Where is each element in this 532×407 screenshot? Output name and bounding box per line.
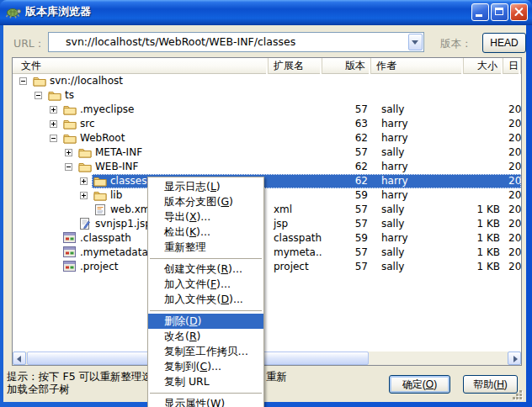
scroll-left-button[interactable] xyxy=(13,352,26,365)
tree-cell: src xyxy=(13,117,269,131)
column-header-author[interactable]: 作者 xyxy=(371,58,464,74)
menu-item-显示日志[interactable]: 显示日志(L) xyxy=(148,179,263,194)
cell-size xyxy=(464,174,503,188)
menu-item-检出[interactable]: 检出(K)... xyxy=(148,225,263,240)
column-header-file[interactable]: 文件 xyxy=(13,58,269,74)
table-row-.classpath[interactable]: .classpathclasspath59harry1 KB20 xyxy=(13,231,521,246)
node-label[interactable]: WEB-INF xyxy=(93,160,140,173)
turtle-app-icon xyxy=(6,5,21,18)
table-row-src[interactable]: src63harry20 xyxy=(13,117,521,131)
minimize-icon xyxy=(476,14,482,17)
status-hint-line1-right: 重新 xyxy=(266,370,287,384)
menu-separator xyxy=(150,258,262,259)
tree-cell: WEB-INF xyxy=(13,160,269,174)
cell-revision: 62 xyxy=(322,160,371,174)
table-row-ts[interactable]: ts xyxy=(13,88,521,103)
node-label[interactable]: WebRoot xyxy=(78,131,126,145)
cell-author: sally xyxy=(371,217,464,231)
url-combobox[interactable]: svn://localhost/ts/WebRoot/WEB-INF/class… xyxy=(48,32,424,52)
menu-item-导出[interactable]: 导出(X)... xyxy=(148,209,263,225)
plus-expander-icon[interactable] xyxy=(50,120,57,128)
close-button[interactable] xyxy=(510,3,528,21)
minus-expander-icon[interactable] xyxy=(50,135,57,142)
cell-revision: 57 xyxy=(322,103,371,117)
node-label[interactable]: .classpath xyxy=(78,231,133,245)
cell-ext xyxy=(269,117,322,131)
titlebar[interactable]: 版本库浏览器 xyxy=(0,0,532,25)
cell-size xyxy=(464,88,503,103)
menu-separator xyxy=(150,393,262,394)
menu-item-重新整理[interactable]: 重新整理 xyxy=(148,240,263,255)
table-row-.mymetadata[interactable]: .mymetadatamymeta...57sally1 KB20 xyxy=(13,246,521,260)
table-row-svnjsp1.jsp[interactable]: svnjsp1.jspjsp57sally1 KB20 xyxy=(13,217,521,231)
cell-author: harry xyxy=(371,174,464,188)
cell-author: sally xyxy=(371,246,464,260)
table-row-WebRoot[interactable]: WebRoot62harry20 xyxy=(13,131,521,145)
cell-ext xyxy=(269,145,322,160)
table-row-META-INF[interactable]: META-INF57sally20 xyxy=(13,145,521,160)
menu-item-复制至工作拷贝[interactable]: 复制至工作拷贝… xyxy=(148,344,263,359)
scroll-right-button[interactable] xyxy=(508,352,521,365)
table-row-.myeclipse[interactable]: .myeclipse57sally20 xyxy=(13,103,521,117)
node-label[interactable]: src xyxy=(78,117,97,130)
resize-grip[interactable] xyxy=(510,388,522,399)
table-row-svn://localhost[interactable]: svn://localhost xyxy=(13,74,521,88)
cell-author xyxy=(371,88,464,103)
node-label[interactable]: ts xyxy=(63,88,76,102)
menu-item-复制到[interactable]: 复制到(C)... xyxy=(148,359,263,374)
minus-expander-icon[interactable] xyxy=(35,92,42,99)
menu-separator xyxy=(150,310,262,311)
plus-expander-icon[interactable] xyxy=(65,149,72,156)
cell-revision xyxy=(322,74,371,88)
node-label[interactable]: .myeclipse xyxy=(78,103,136,116)
node-label[interactable]: META-INF xyxy=(93,145,144,159)
cell-revision xyxy=(322,88,371,103)
menu-item-删除[interactable]: 删除(D) xyxy=(148,314,263,329)
node-label[interactable]: lib xyxy=(109,188,124,202)
node-label[interactable]: .mymetadata xyxy=(78,246,150,259)
table-row-.project[interactable]: .projectproject57sally1 KB20 xyxy=(13,260,521,274)
cell-size xyxy=(464,131,503,145)
url-value[interactable]: svn://localhost/ts/WebRoot/WEB-INF/class… xyxy=(66,33,407,51)
plus-expander-icon[interactable] xyxy=(80,177,88,185)
menu-item-加入文件夹[interactable]: 加入文件夹(D)... xyxy=(148,292,263,307)
cell-date: 20 xyxy=(503,103,521,117)
cell-date: 20 xyxy=(503,174,521,188)
ok-button[interactable]: 确定(O) xyxy=(389,375,450,394)
minimize-button[interactable] xyxy=(471,3,489,21)
menu-item-改名[interactable]: 改名(R) xyxy=(148,329,263,344)
cell-date: 20 xyxy=(503,246,521,260)
horizontal-scrollbar[interactable] xyxy=(13,352,521,365)
maximize-button[interactable] xyxy=(491,3,508,21)
table-row-WEB-INF[interactable]: WEB-INF62harry20 xyxy=(13,160,521,174)
url-label: URL： xyxy=(13,37,45,51)
column-header-date[interactable]: 日 xyxy=(503,58,521,74)
list-header: 文件扩展名版本作者大小日 xyxy=(13,58,521,74)
menu-item-复制 URL[interactable]: 复制 URL xyxy=(148,374,263,389)
table-row-web.xml[interactable]: web.xmlxml57sally1 KB20 xyxy=(13,203,521,217)
plus-expander-icon[interactable] xyxy=(50,106,57,114)
cell-ext xyxy=(269,174,322,188)
revision-head-button[interactable]: HEAD xyxy=(482,33,526,53)
table-row-lib[interactable]: lib59harry20 xyxy=(13,188,521,203)
node-label[interactable]: svn://localhost xyxy=(48,74,125,87)
menu-item-加入文件[interactable]: 加入文件(F)... xyxy=(148,277,263,292)
menu-item-创建文件夹[interactable]: 创建文件夹(R)... xyxy=(148,262,263,277)
minus-expander-icon[interactable] xyxy=(19,77,27,85)
column-header-revision[interactable]: 版本 xyxy=(322,58,371,74)
cell-author: sally xyxy=(371,203,464,217)
column-header-size[interactable]: 大小 xyxy=(464,58,503,74)
node-label[interactable]: svnjsp1.jsp xyxy=(93,217,153,230)
cell-ext xyxy=(269,103,322,117)
minus-expander-icon[interactable] xyxy=(65,163,72,171)
menu-item-版本分支图[interactable]: 版本分支图(G) xyxy=(148,194,263,209)
column-header-ext[interactable]: 扩展名 xyxy=(269,58,322,74)
plus-expander-icon[interactable] xyxy=(80,192,88,199)
node-label[interactable]: classes xyxy=(109,174,148,188)
scroll-left-icon xyxy=(17,356,21,362)
node-label[interactable]: .project xyxy=(78,260,120,273)
table-row-classes[interactable]: classes62harry20 xyxy=(13,174,521,188)
menu-item-显示属性[interactable]: 显示属性(W) xyxy=(148,396,263,407)
cell-date: 20 xyxy=(503,260,521,274)
url-dropdown-button[interactable] xyxy=(408,34,423,50)
